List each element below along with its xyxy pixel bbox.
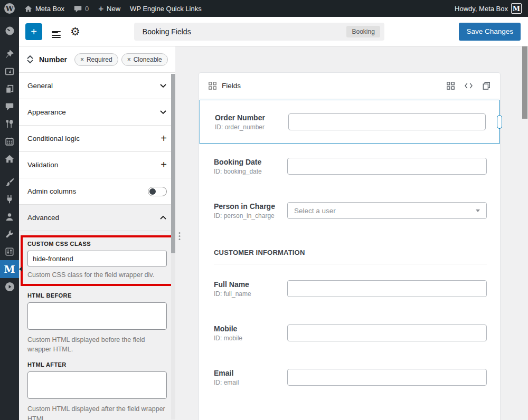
house-icon bbox=[5, 154, 14, 164]
active-item-arrow bbox=[19, 266, 22, 272]
chip-cloneable[interactable]: × Cloneable bbox=[121, 53, 168, 66]
field-type-label: Number bbox=[39, 55, 67, 64]
selected-field-handle[interactable] bbox=[497, 115, 502, 129]
field-settings-header: Number × Required × Cloneable bbox=[19, 46, 175, 73]
html-before-group: HTML BEFORE Custom HTML displayed before… bbox=[27, 292, 167, 354]
panel-resize-handle[interactable] bbox=[175, 46, 184, 420]
comments-icon bbox=[5, 102, 14, 111]
field-row-customer-information[interactable]: CUSTOMER INFORMATION bbox=[199, 233, 500, 266]
post-type-badge: Booking bbox=[346, 26, 380, 37]
admin-columns-toggle[interactable] bbox=[148, 187, 167, 196]
sidebar-item-wp-engine[interactable] bbox=[0, 278, 19, 295]
list-view-icon bbox=[52, 31, 61, 32]
copy-button[interactable] bbox=[483, 82, 491, 90]
preview-area: Fields bbox=[184, 46, 522, 420]
section-conditional-logic[interactable]: Conditional logic + bbox=[19, 126, 175, 152]
field-row-full-name[interactable]: Full Name ID: full_name bbox=[199, 266, 500, 311]
chevron-down-icon bbox=[159, 83, 167, 88]
new-content-menu[interactable]: + New bbox=[98, 4, 120, 13]
section-admin-columns: Admin columns bbox=[19, 178, 175, 205]
page-scrollbar-thumb[interactable] bbox=[522, 46, 527, 119]
comments-link[interactable]: 0 bbox=[74, 5, 89, 13]
wrench-icon bbox=[5, 230, 14, 239]
sidebar-item-plugins[interactable] bbox=[0, 190, 19, 208]
account-menu[interactable]: Howdy, Meta Box M bbox=[455, 3, 522, 14]
chevron-down-icon bbox=[26, 60, 34, 64]
field-group-title-input[interactable]: Booking Fields Booking bbox=[134, 23, 384, 41]
sidebar-item-media[interactable] bbox=[0, 63, 19, 80]
order-number-input[interactable] bbox=[288, 113, 486, 130]
sidebar-item-bookings[interactable] bbox=[0, 132, 19, 150]
chevron-down-icon bbox=[476, 209, 480, 212]
wordpress-logo-icon: W bbox=[4, 3, 15, 14]
field-row-booking-date[interactable]: Booking Date ID: booking_date bbox=[199, 144, 500, 188]
section-general[interactable]: General bbox=[19, 73, 175, 99]
avatar: M bbox=[511, 3, 522, 14]
code-icon bbox=[464, 82, 473, 89]
wp-engine-quick-links[interactable]: WP Engine Quick Links bbox=[130, 5, 202, 13]
html-after-group: HTML AFTER Custom HTML displayed after t… bbox=[27, 361, 167, 420]
custom-css-class-input[interactable] bbox=[27, 251, 167, 266]
settings-scrollbar-thumb[interactable] bbox=[171, 74, 175, 253]
html-before-textarea[interactable] bbox=[27, 302, 167, 330]
sidebar-item-meta-box[interactable]: M bbox=[0, 260, 19, 278]
remove-icon[interactable]: × bbox=[127, 56, 131, 63]
grid-icon bbox=[447, 82, 455, 90]
site-name-link[interactable]: Meta Box bbox=[24, 5, 64, 13]
sidebar-item-tools[interactable] bbox=[0, 225, 19, 243]
field-row-person-in-charge[interactable]: Person in Charge ID: person_in_charge Se… bbox=[199, 188, 500, 233]
drag-dots-icon bbox=[179, 232, 181, 240]
chip-required[interactable]: × Required bbox=[74, 53, 118, 66]
sidebar-item-settings[interactable] bbox=[0, 243, 19, 260]
mobile-input[interactable] bbox=[287, 324, 487, 341]
sidebar-item-comments[interactable] bbox=[0, 98, 19, 115]
section-advanced[interactable]: Advanced bbox=[19, 205, 175, 231]
dashboard-icon bbox=[5, 26, 15, 36]
chevron-up-icon bbox=[159, 215, 167, 220]
plus-icon: + bbox=[98, 4, 103, 13]
sidebar-item-dashboard[interactable] bbox=[0, 22, 19, 40]
custom-css-class-label: CUSTOM CSS CLASS bbox=[27, 241, 167, 247]
sliders-icon bbox=[5, 247, 14, 256]
field-row-order-number[interactable]: Order Number ID: order_number bbox=[200, 100, 499, 144]
plug-icon bbox=[5, 195, 14, 204]
code-view-button[interactable] bbox=[464, 82, 473, 89]
page-scrollbar[interactable] bbox=[522, 46, 528, 420]
save-changes-button[interactable]: Save Changes bbox=[459, 23, 521, 41]
plus-icon: + bbox=[161, 132, 167, 145]
sidebar-item-posts[interactable] bbox=[0, 45, 19, 63]
field-row-email[interactable]: Email ID: email bbox=[199, 355, 500, 399]
person-in-charge-select[interactable]: Select a user bbox=[287, 202, 487, 219]
chevron-up-icon bbox=[26, 55, 34, 59]
booking-date-input[interactable] bbox=[287, 158, 487, 175]
sidebar-item-restaurants[interactable] bbox=[0, 115, 19, 132]
list-view-button[interactable] bbox=[52, 30, 61, 33]
custom-css-class-help: Custom CSS class for the field wrapper d… bbox=[27, 270, 167, 280]
add-field-button[interactable]: + bbox=[25, 23, 42, 40]
full-name-input[interactable] bbox=[287, 280, 487, 297]
html-after-textarea[interactable] bbox=[27, 371, 167, 399]
comments-count: 0 bbox=[85, 5, 89, 13]
reorder-field-control[interactable] bbox=[26, 55, 34, 64]
sidebar-item-pages[interactable] bbox=[0, 80, 19, 98]
builder-content: Number × Required × Cloneable bbox=[19, 46, 528, 420]
calendar-icon bbox=[5, 137, 14, 146]
sidebar-item-users[interactable] bbox=[0, 208, 19, 225]
html-before-label: HTML BEFORE bbox=[27, 292, 167, 299]
grid-view-button[interactable] bbox=[447, 82, 455, 90]
wordpress-menu[interactable]: W bbox=[4, 3, 15, 14]
sidebar-item-appearance[interactable] bbox=[0, 173, 19, 190]
settings-gear-button[interactable]: ⚙ bbox=[70, 26, 80, 37]
section-validation[interactable]: Validation + bbox=[19, 152, 175, 178]
fields-panel-title: Fields bbox=[222, 82, 241, 90]
fields-panel: Fields bbox=[199, 72, 501, 420]
sidebar-item-properties[interactable] bbox=[0, 150, 19, 167]
comment-bubble-icon bbox=[74, 5, 82, 13]
email-input[interactable] bbox=[287, 369, 487, 386]
admin-side-menu: M bbox=[0, 17, 19, 420]
remove-icon[interactable]: × bbox=[80, 56, 84, 63]
section-appearance[interactable]: Appearance bbox=[19, 99, 175, 126]
duplicate-icon bbox=[483, 82, 491, 90]
field-group-title: Booking Fields bbox=[143, 27, 347, 36]
field-row-mobile[interactable]: Mobile ID: mobile bbox=[199, 311, 500, 355]
